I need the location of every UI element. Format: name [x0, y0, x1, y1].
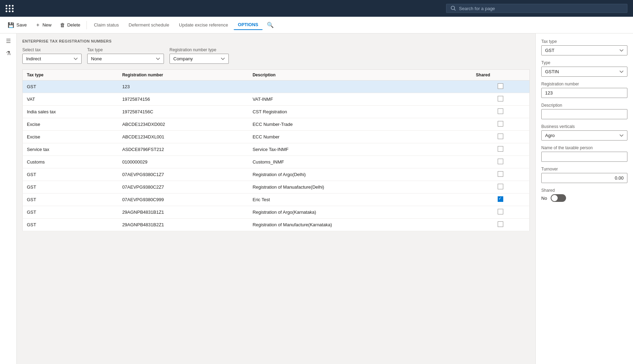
shared-checkbox[interactable] [498, 134, 503, 139]
cell-shared[interactable] [472, 168, 530, 181]
cell-tax-type: Service tax [23, 143, 118, 156]
delete-button[interactable]: 🗑 Delete [56, 20, 84, 30]
cell-reg-number: 0100000029 [118, 156, 248, 168]
cell-tax-type: India sales tax [23, 106, 118, 118]
cell-shared[interactable] [472, 181, 530, 194]
panel-taxable-person-input[interactable] [541, 152, 627, 162]
cell-description: CST Registration [248, 106, 472, 118]
table-row[interactable]: Service taxASDCE8796FST212Service Tax-IN… [23, 143, 530, 156]
panel-shared-label: Shared [541, 188, 627, 193]
cell-shared[interactable] [472, 93, 530, 106]
new-button[interactable]: ＋ New [32, 20, 55, 30]
table-row[interactable]: Customs0100000029Customs_INMF [23, 156, 530, 168]
cell-reg-number: ASDCE8796FST212 [118, 143, 248, 156]
table-row[interactable]: India sales tax19725874156CCST Registrat… [23, 106, 530, 118]
table-row[interactable]: GST07AEVPG9380C999Eric Test [23, 194, 530, 206]
cell-reg-number: 19725874156C [118, 106, 248, 118]
panel-type-select[interactable]: GSTIN [541, 67, 627, 77]
shared-checkbox[interactable] [498, 171, 503, 177]
panel-tax-type-label: Tax type [541, 39, 627, 44]
cell-shared[interactable] [472, 156, 530, 168]
table-row[interactable]: GST29AGNPB4831B1Z1Registration of Argo(K… [23, 206, 530, 219]
cell-description: ECC Number [248, 131, 472, 143]
cell-description: Registration of Argo(Karnataka) [248, 206, 472, 219]
panel-shared-toggle[interactable] [551, 194, 566, 202]
cell-tax-type: GST [23, 81, 118, 93]
shared-checkbox[interactable] [498, 209, 503, 214]
cell-reg-number: 19725874156 [118, 93, 248, 106]
cell-reg-number: 07AEVPG9380C2Z7 [118, 181, 248, 194]
panel-description-input[interactable] [541, 109, 627, 119]
cell-description: VAT-INMF [248, 93, 472, 106]
shared-checkbox[interactable] [498, 184, 503, 189]
panel-business-verticals-label: Business verticals [541, 124, 627, 129]
panel-shared-field: Shared No [541, 188, 627, 202]
top-nav [0, 0, 633, 17]
table-row[interactable]: GST07AEVPG9380C2Z7Registration of Manuaf… [23, 181, 530, 194]
filter-icon[interactable]: ⚗ [6, 50, 11, 56]
shared-checkbox[interactable] [498, 146, 503, 152]
table-row[interactable]: GST123 [23, 81, 530, 93]
section-title: ENTERPRISE TAX REGISTRATION NUMBERS [22, 39, 530, 43]
select-tax-dropdown[interactable]: Indirect [22, 54, 82, 64]
filters-row: Select tax Indirect Tax type None Regist… [22, 47, 530, 64]
panel-reg-number-input[interactable] [541, 88, 627, 98]
options-menu[interactable]: OPTIONS [234, 20, 263, 30]
shared-checkbox[interactable] [498, 96, 503, 101]
shared-checkbox[interactable] [498, 221, 503, 227]
cell-shared[interactable] [472, 131, 530, 143]
tax-type-label: Tax type [87, 47, 164, 52]
shared-checkbox[interactable] [498, 83, 503, 89]
toolbar-search-icon[interactable]: 🔍 [267, 22, 274, 28]
cell-shared[interactable] [472, 81, 530, 93]
panel-shared-toggle-text: No [541, 196, 547, 201]
shared-checkbox[interactable] [498, 108, 503, 114]
deferment-schedule-menu[interactable]: Deferment schedule [125, 20, 173, 30]
app-dots-icon[interactable] [6, 5, 14, 12]
table-row[interactable]: ExciseABCDE1234DXL001ECC Number [23, 131, 530, 143]
table-row[interactable]: GST07AEVPG9380C1Z7Registration of Argo(D… [23, 168, 530, 181]
claim-status-menu[interactable]: Claim status [90, 20, 123, 30]
table-row[interactable]: VAT19725874156VAT-INMF [23, 93, 530, 106]
cell-shared[interactable] [472, 194, 530, 206]
cell-reg-number: ABCDE1234DXL001 [118, 131, 248, 143]
col-tax-type: Tax type [23, 70, 118, 81]
update-excise-menu[interactable]: Update excise reference [175, 20, 232, 30]
reg-number-type-dropdown[interactable]: Company [169, 54, 229, 64]
search-input[interactable] [459, 6, 623, 11]
registration-table: Tax type Registration number Description… [22, 69, 530, 231]
left-sidebar: ☰ ⚗ [0, 33, 17, 364]
shared-checkbox[interactable] [498, 196, 503, 202]
svg-line-1 [454, 9, 456, 11]
panel-tax-type-select[interactable]: GST [541, 45, 627, 55]
shared-checkbox[interactable] [498, 121, 503, 127]
svg-point-0 [451, 6, 455, 10]
panel-turnover-input[interactable] [541, 173, 627, 183]
reg-number-type-label: Registration number type [169, 47, 229, 52]
tax-type-dropdown[interactable]: None [87, 54, 164, 64]
cell-description [248, 81, 472, 93]
table-row[interactable]: GST29AGNPB4831B2Z1Registration of Manufa… [23, 219, 530, 231]
delete-label: Delete [67, 22, 81, 28]
cell-shared[interactable] [472, 106, 530, 118]
cell-shared[interactable] [472, 219, 530, 231]
table-row[interactable]: ExciseABCDE1234DXD002ECC Number-Trade [23, 118, 530, 131]
cell-shared[interactable] [472, 206, 530, 219]
panel-business-verticals-select[interactable]: Agro [541, 130, 627, 141]
cell-tax-type: GST [23, 219, 118, 231]
hamburger-icon[interactable]: ☰ [6, 38, 11, 44]
panel-reg-number-field: Registration number [541, 82, 627, 98]
save-button[interactable]: 💾 Save [4, 20, 30, 30]
col-shared: Shared [472, 70, 530, 81]
cell-shared[interactable] [472, 143, 530, 156]
cell-description: ECC Number-Trade [248, 118, 472, 131]
select-tax-label: Select tax [22, 47, 82, 52]
global-search-bar[interactable] [446, 4, 627, 13]
panel-description-field: Description [541, 103, 627, 119]
cell-tax-type: GST [23, 181, 118, 194]
cell-shared[interactable] [472, 118, 530, 131]
toolbar: 💾 Save ＋ New 🗑 Delete Claim status Defer… [0, 17, 633, 33]
layout: ☰ ⚗ ENTERPRISE TAX REGISTRATION NUMBERS … [0, 33, 633, 364]
cell-tax-type: Customs [23, 156, 118, 168]
shared-checkbox[interactable] [498, 159, 503, 164]
